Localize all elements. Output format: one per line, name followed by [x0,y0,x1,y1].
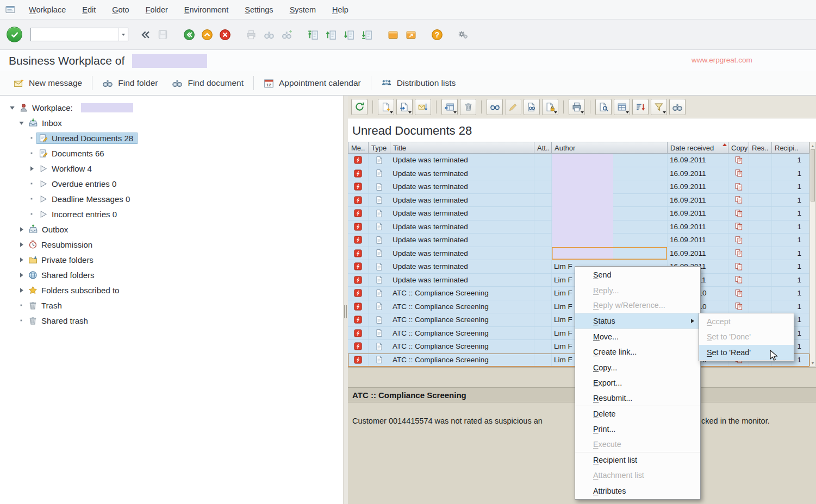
scroll-up-icon[interactable]: ▲ [810,142,815,149]
tree-item-deadline-messages-0[interactable]: Deadline Messages 0 [0,191,343,206]
table-row[interactable]: Update was terminated16.09.20111 [348,247,809,261]
context-menu-item-reply-w-reference[interactable]: Reply w/Reference... [575,298,700,313]
page-down-button[interactable] [340,24,358,46]
menu-environment[interactable]: Environment [176,0,236,20]
pencil-button[interactable] [505,99,521,115]
menu-system[interactable]: System [282,0,324,20]
tree-item-overdue-entries-0[interactable]: Overdue entries 0 [0,176,343,191]
command-input[interactable] [31,30,119,39]
find-document-button[interactable] [595,99,612,115]
tree-item-shared-folders[interactable]: Shared folders [0,267,343,282]
expand-toggle[interactable] [17,257,26,263]
scrollbar-thumb[interactable] [811,149,815,201]
context-menu-item-attributes[interactable]: Attributes [575,483,700,498]
collapse-button[interactable] [136,24,154,46]
context-menu-item-reply[interactable]: Reply... [575,282,700,298]
tree-item-workplace[interactable]: Workplace: [0,100,343,115]
tree-item-resubmission[interactable]: Resubmission [0,237,343,252]
sort-ascending-button[interactable] [632,99,649,115]
printer-button[interactable] [569,99,585,115]
filter-button[interactable] [651,99,667,115]
expand-toggle[interactable] [17,287,26,293]
help-button[interactable]: ? [428,24,446,46]
column-header-author[interactable]: Author [552,142,668,154]
print-button[interactable] [242,24,260,46]
session-button[interactable] [384,24,402,46]
column-header-copy[interactable]: Copy [728,142,749,154]
context-menu-item-send[interactable]: Send [575,267,700,282]
back-button[interactable] [180,24,198,46]
shortcut-button[interactable] [402,24,420,46]
panel-splitter[interactable] [344,96,348,504]
column-header-recipi[interactable]: Recipi.. [772,142,809,154]
menu-help[interactable]: Help [324,0,357,20]
column-header-type[interactable]: Type [369,142,390,154]
context-menu-item-move[interactable]: Move... [575,329,700,344]
menu-folder[interactable]: Folder [138,0,176,20]
column-header-date-received[interactable]: Date received [668,142,728,154]
page-first-button[interactable] [304,24,322,46]
command-dropdown-button[interactable] [119,28,128,41]
column-header-att[interactable]: Att.. [534,142,552,154]
column-header-title[interactable]: Title [390,142,534,154]
menu-edit[interactable]: Edit [74,0,104,20]
trash-button[interactable] [460,99,476,115]
appbar-find-document[interactable]: Find document [165,71,251,96]
context-menu-item-copy[interactable]: Copy... [575,360,700,375]
binoculars-button[interactable] [260,24,278,46]
binoculars-next-button[interactable] [278,24,296,46]
appbar-distribution-lists[interactable]: Distribution lists [374,71,463,96]
binoculars-button[interactable] [669,99,686,115]
scroll-down-icon[interactable]: ▼ [810,360,815,366]
gears-button[interactable] [454,24,472,46]
tree-item-folders-subscribed-to[interactable]: Folders subscribed to [0,282,343,298]
display-document-button[interactable] [524,99,540,115]
vertical-scrollbar[interactable]: ▲ ▼ [809,142,816,367]
command-field[interactable] [30,28,128,41]
refresh-button[interactable] [351,99,367,115]
exit-button[interactable] [198,24,216,46]
layout-button[interactable] [441,99,458,115]
save-button[interactable] [154,24,172,46]
context-menu-item-delete[interactable]: Delete [575,406,700,421]
expand-toggle[interactable] [8,105,16,111]
context-menu-item-status[interactable]: Status [575,313,700,329]
context-menu-item-resubmit[interactable]: Resubmit... [575,390,700,406]
tree-item-private-folders[interactable]: Private folders [0,252,343,267]
appbar-new-message[interactable]: New message [7,71,89,96]
tree-item-trash[interactable]: Trash [0,298,343,313]
expand-toggle[interactable] [17,242,26,248]
appbar-find-folder[interactable]: Find folder [95,71,165,96]
tree-item-documents-66[interactable]: Documents 66 [0,146,343,161]
context-menu-item-recipient-list[interactable]: Recipient list [575,452,700,468]
expand-toggle[interactable] [17,120,26,126]
submenu-item-set-to-read[interactable]: Set to 'Read' [699,345,794,360]
menu-goto[interactable]: Goto [104,0,137,20]
tree-item-workflow-4[interactable]: Workflow 4 [0,161,343,176]
create-document-button[interactable] [378,99,394,115]
page-last-button[interactable] [358,24,376,46]
lock-document-button[interactable] [542,99,558,115]
expand-toggle[interactable] [27,166,36,172]
views-button[interactable] [614,99,630,115]
tree-item-unread-documents-28[interactable]: Unread Documents 28 [0,130,343,146]
appbar-appointment-calendar[interactable]: 12Appointment calendar [257,71,368,96]
tree-item-shared-trash[interactable]: Shared trash [0,313,343,328]
context-menu-item-create-link[interactable]: Create link... [575,344,700,360]
submenu-item-set-to-done[interactable]: Set to 'Done' [699,329,794,344]
sort-mail-button[interactable] [415,99,431,115]
column-header-me[interactable]: Me.. [348,142,369,154]
context-menu-item-export[interactable]: Export... [575,375,700,390]
expand-toggle[interactable] [17,272,26,278]
enter-button[interactable] [7,27,22,42]
context-menu-item-attachment-list[interactable]: Attachment list [575,468,700,483]
context-menu-item-execute[interactable]: Execute [575,437,700,452]
expand-toggle[interactable] [17,226,26,232]
context-menu-item-print[interactable]: Print... [575,421,700,437]
tree-item-incorrect-entries-0[interactable]: Incorrect entries 0 [0,206,343,222]
transfer-document-button[interactable] [396,99,413,115]
page-up-button[interactable] [322,24,340,46]
tree-item-outbox[interactable]: Outbox [0,222,343,237]
glasses-button[interactable] [487,99,503,115]
menu-workplace[interactable]: Workplace [21,0,74,20]
